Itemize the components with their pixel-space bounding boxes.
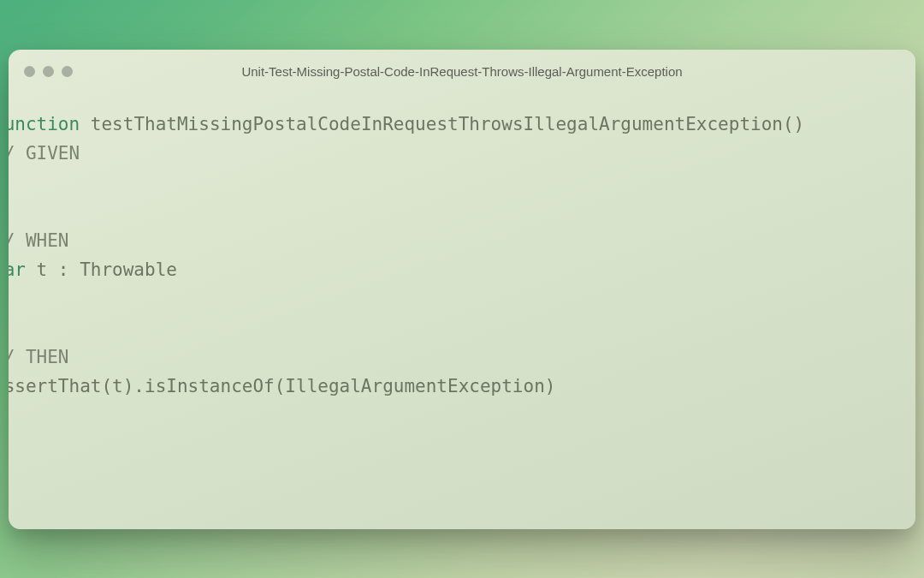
var-declaration: t : Throwable [26,259,177,280]
code-window: Unit-Test-Missing-Postal-Code-InRequest-… [9,50,915,529]
window-title: Unit-Test-Missing-Postal-Code-InRequest-… [24,64,900,79]
traffic-lights [24,66,73,77]
function-name: testThatMissingPostalCodeInRequestThrows… [91,114,783,134]
code-area: function testThatMissingPostalCodeInRequ… [9,94,915,430]
parens: () [783,114,804,134]
comment-when: // WHEN [9,230,69,251]
keyword-function: function [9,114,80,134]
maximize-icon[interactable] [62,66,73,77]
comment-given: // GIVEN [9,143,80,164]
assert-line: assertThat(t).isInstanceOf(IllegalArgume… [9,376,555,396]
keyword-var: var [9,259,26,280]
close-icon[interactable] [24,66,35,77]
minimize-icon[interactable] [43,66,54,77]
comment-then: // THEN [9,347,69,367]
titlebar: Unit-Test-Missing-Postal-Code-InRequest-… [9,50,915,94]
